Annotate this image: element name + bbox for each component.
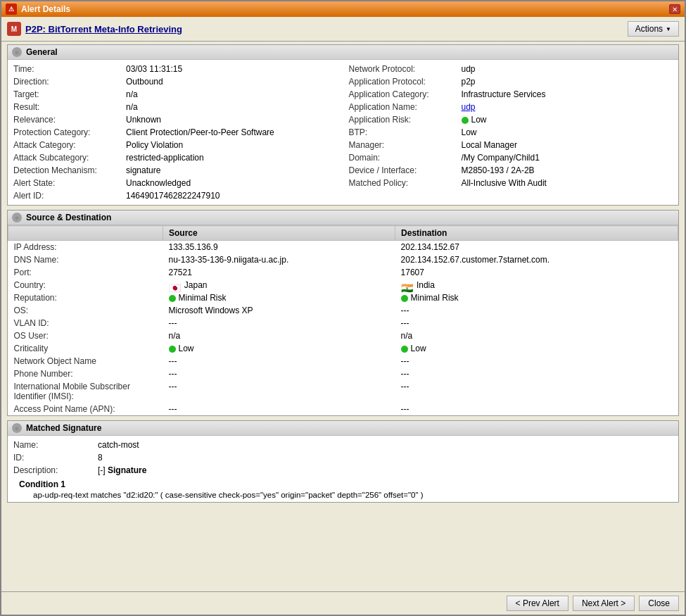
info-row-detection: Detection Mechanism: signature	[13, 164, 338, 177]
alert-state-label: Alert State:	[13, 178, 126, 188]
close-button[interactable]: Close	[639, 596, 679, 611]
imsi-label: International Mobile Subscriber Identifi…	[8, 380, 163, 403]
info-row-app-risk: Application Risk: Low	[349, 113, 673, 126]
reputation-dest: Minimal Risk	[395, 291, 678, 304]
os-source: Microsoft Windows XP	[163, 304, 395, 317]
net-protocol-label: Network Protocol:	[349, 64, 462, 74]
os-user-source: n/a	[163, 329, 395, 342]
actions-button[interactable]: Actions	[628, 21, 679, 37]
sig-content: Name: catch-most ID: 8 Description: [-] …	[8, 436, 678, 502]
alert-title-text[interactable]: P2P: BitTorrent Meta-Info Retrieving	[25, 24, 182, 34]
sd-title: Source & Destination	[26, 213, 111, 222]
info-row-alert-id: Alert ID: 14649017462822247910	[13, 189, 338, 202]
reputation-label: Reputation:	[8, 291, 163, 304]
criticality-dest: Low	[395, 342, 678, 355]
country-source: 🇯🇵 Japan	[163, 279, 395, 291]
device-label: Device / Interface:	[349, 165, 462, 175]
alert-title-area: M P2P: BitTorrent Meta-Info Retrieving	[7, 22, 628, 36]
sig-desc-bold: Signature	[108, 465, 146, 475]
info-row-app-protocol: Application Protocol: p2p	[349, 75, 673, 88]
btp-label: BTP:	[349, 127, 462, 137]
ip-label: IP Address:	[8, 241, 163, 254]
port-dest: 17607	[395, 266, 678, 279]
network-obj-label: Network Object Name	[8, 355, 163, 367]
ip-source: 133.35.136.9	[163, 241, 395, 254]
vlan-label: VLAN ID:	[8, 317, 163, 329]
dns-label: DNS Name:	[8, 253, 163, 266]
title-bar: ⚠ Alert Details ✕	[1, 1, 685, 17]
relevance-value: Unknown	[126, 115, 161, 125]
info-row-target: Target: n/a	[13, 88, 338, 101]
matched-policy-value: All-Inclusive With Audit	[462, 178, 547, 188]
general-right-col: Network Protocol: udp Application Protoc…	[343, 63, 679, 202]
rep-source-dot	[169, 295, 176, 302]
result-label: Result:	[13, 102, 126, 112]
next-alert-button[interactable]: Next Alert >	[573, 596, 635, 611]
table-row: DNS Name: nu-133-35-136-9.niigata-u.ac.j…	[8, 253, 678, 266]
apn-dest: ---	[395, 403, 678, 415]
table-row: OS: Microsoft Windows XP ---	[8, 304, 678, 317]
table-row: VLAN ID: --- ---	[8, 317, 678, 329]
app-risk-label: Application Risk:	[349, 115, 462, 125]
general-left-col: Time: 03/03 11:31:15 Direction: Outbound…	[8, 63, 343, 202]
app-name-label: Application Name:	[349, 102, 462, 112]
direction-label: Direction:	[13, 77, 126, 87]
os-label: OS:	[8, 304, 163, 317]
app-category-label: Application Category:	[349, 89, 462, 99]
condition-title: Condition 1	[19, 479, 673, 489]
time-value: 03/03 11:31:15	[126, 64, 182, 74]
time-label: Time:	[13, 64, 126, 74]
matched-policy-label: Matched Policy:	[349, 178, 462, 188]
sig-id-row: ID: 8	[13, 451, 673, 464]
sig-desc-row: Description: [-] Signature	[13, 464, 673, 477]
result-value: n/a	[126, 102, 138, 112]
sd-table: Source Destination IP Address: 133.35.13…	[8, 225, 678, 415]
app-risk-value: Low	[462, 115, 487, 125]
prev-alert-button[interactable]: < Prev Alert	[507, 596, 569, 611]
sig-title: Matched Signature	[26, 423, 101, 433]
app-protocol-value: p2p	[462, 77, 476, 87]
app-category-value: Infrastructure Services	[462, 89, 546, 99]
sig-id-value: 8	[98, 453, 103, 463]
apn-source: ---	[163, 403, 395, 415]
info-row-matched-policy: Matched Policy: All-Inclusive With Audit	[349, 177, 673, 189]
info-row-attack-cat: Attack Category: Policy Violation	[13, 139, 338, 151]
manager-label: Manager:	[349, 140, 462, 150]
domain-label: Domain:	[349, 153, 462, 163]
alert-details-window: ⚠ Alert Details ✕ M P2P: BitTorrent Meta…	[0, 0, 686, 616]
rep-dest-dot	[401, 295, 408, 302]
app-name-value[interactable]: udp	[462, 102, 476, 112]
sig-desc-value: [-] Signature	[98, 465, 146, 475]
info-row-app-name: Application Name: udp	[349, 101, 673, 113]
toolbar: M P2P: BitTorrent Meta-Info Retrieving A…	[1, 17, 685, 42]
os-user-dest: n/a	[395, 329, 678, 342]
content-area: ○ General Time: 03/03 11:31:15 Direction…	[1, 42, 685, 591]
sd-label-header	[8, 226, 163, 241]
alert-id-value: 14649017462822247910	[126, 191, 220, 201]
table-row: Reputation: Minimal Risk Minimal Risk	[8, 291, 678, 304]
country-label: Country:	[8, 279, 163, 291]
source-destination-section: ○ Source & Destination Source Destinatio…	[7, 210, 679, 416]
table-row: Phone Number: --- ---	[8, 367, 678, 380]
japan-flag-icon: 🇯🇵	[169, 282, 180, 289]
relevance-label: Relevance:	[13, 115, 126, 125]
reputation-source: Minimal Risk	[163, 291, 395, 304]
close-window-button[interactable]: ✕	[669, 4, 680, 14]
country-dest: 🇮🇳 India	[395, 279, 678, 291]
info-row-alert-state: Alert State: Unacknowledged	[13, 177, 338, 189]
target-value: n/a	[126, 89, 138, 99]
network-obj-source: ---	[163, 355, 395, 367]
table-row: Port: 27521 17607	[8, 266, 678, 279]
table-row: Access Point Name (APN): --- ---	[8, 403, 678, 415]
sig-name-label: Name:	[13, 440, 98, 450]
info-row-btp: BTP: Low	[349, 126, 673, 139]
imsi-source: ---	[163, 380, 395, 403]
vlan-dest: ---	[395, 317, 678, 329]
table-row: OS User: n/a n/a	[8, 329, 678, 342]
matched-signature-section: ○ Matched Signature Name: catch-most ID:…	[7, 420, 679, 503]
sd-section-header: ○ Source & Destination	[8, 210, 678, 225]
target-label: Target:	[13, 89, 126, 99]
attack-subcat-label: Attack Subcategory:	[13, 153, 126, 163]
sig-id-label: ID:	[13, 453, 98, 463]
network-obj-dest: ---	[395, 355, 678, 367]
